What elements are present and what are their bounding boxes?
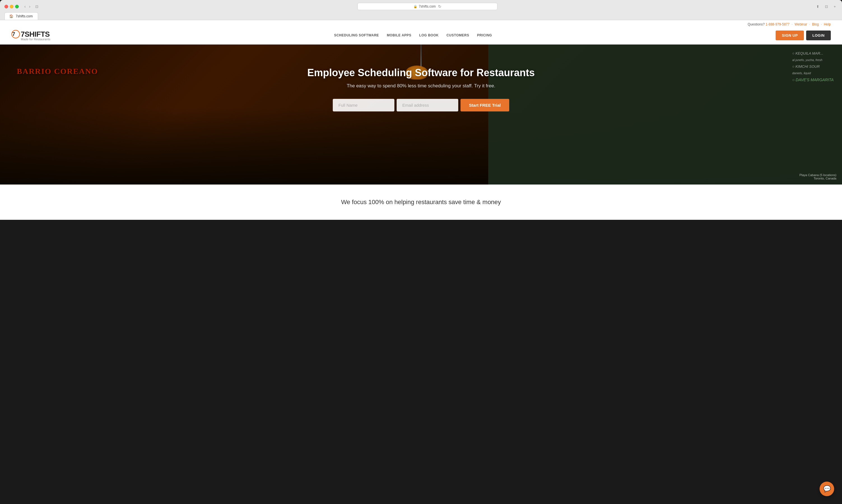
logo-area: 7 7SHIFTS Made for Restaurants	[11, 30, 50, 41]
blog-link[interactable]: Blog	[812, 22, 819, 26]
top-bar: Questions? 1-888-979-5877 · Webinar · Bl…	[11, 20, 831, 28]
logo-icon: 7	[11, 30, 20, 39]
logo-brand: 7SHIFTS	[21, 30, 50, 39]
share-button[interactable]: ⬆	[814, 4, 821, 9]
help-link[interactable]: Help	[824, 22, 831, 26]
nav-customers[interactable]: CUSTOMERS	[447, 33, 469, 37]
tab-favicon: 🏠	[9, 14, 14, 18]
nav-log-book[interactable]: LOG BOOK	[419, 33, 438, 37]
hero-content: Employee Scheduling Software for Restaur…	[0, 44, 842, 111]
questions-label: Questions?	[748, 22, 765, 26]
site-wrapper: Questions? 1-888-979-5877 · Webinar · Bl…	[0, 20, 842, 220]
nav-buttons: ‹ ›	[23, 4, 31, 9]
main-nav: 7 7SHIFTS Made for Restaurants SCHEDULIN…	[11, 28, 831, 44]
separator-2: ·	[809, 22, 810, 26]
attribution-name: Playa Cabana (5 locations)	[800, 173, 837, 177]
hero-attribution: Playa Cabana (5 locations) Toronto, Cana…	[800, 173, 837, 180]
nav-links: SCHEDULING SOFTWARE MOBILE APPS LOG BOOK…	[334, 33, 492, 37]
nav-pricing[interactable]: PRICING	[477, 33, 492, 37]
login-button[interactable]: LOGIN	[806, 31, 831, 40]
new-tab-button[interactable]: ⊡	[823, 4, 830, 9]
address-bar[interactable]: 🔒 7shifts.com ↻	[357, 3, 498, 10]
chat-bubble-button[interactable]: 💬	[820, 482, 834, 496]
add-tab-button[interactable]: +	[832, 4, 838, 9]
separator-1: ·	[792, 22, 792, 26]
chat-icon: 💬	[823, 485, 831, 492]
refresh-button[interactable]: ↻	[438, 4, 442, 9]
hero-section: ○ KEQUILA MAR... al junefo, yucha, fresh…	[0, 44, 842, 184]
traffic-lights	[4, 5, 19, 8]
attribution-location: Toronto, Canada	[800, 177, 837, 180]
sidebar-toggle-button[interactable]: ⊡	[34, 4, 40, 9]
svg-text:7: 7	[12, 31, 15, 37]
minimize-button[interactable]	[10, 5, 14, 8]
nav-scheduling-software[interactable]: SCHEDULING SOFTWARE	[334, 33, 379, 37]
bottom-tagline: We focus 100% on helping restaurants sav…	[11, 199, 831, 206]
back-button[interactable]: ‹	[23, 4, 27, 9]
close-button[interactable]	[4, 5, 8, 8]
nav-mobile-apps[interactable]: MOBILE APPS	[387, 33, 411, 37]
lock-icon: 🔒	[413, 5, 417, 8]
url-text: 7shifts.com	[419, 4, 436, 8]
hero-title: Employee Scheduling Software for Restaur…	[0, 67, 842, 79]
tab-label: 7shifts.com	[16, 14, 33, 18]
webinar-link[interactable]: Webinar	[795, 22, 807, 26]
email-input[interactable]	[397, 99, 458, 111]
hero-subtitle: The easy way to spend 80% less time sche…	[0, 83, 842, 89]
phone-link[interactable]: 1-888-979-5877	[766, 22, 789, 26]
site-header: Questions? 1-888-979-5877 · Webinar · Bl…	[0, 20, 842, 44]
nav-actions: SIGN UP LOGIN	[776, 31, 831, 40]
maximize-button[interactable]	[15, 5, 19, 8]
bottom-section: We focus 100% on helping restaurants sav…	[0, 184, 842, 220]
start-trial-button[interactable]: Start FREE Trial	[461, 99, 509, 111]
hero-form: Start FREE Trial	[0, 99, 842, 111]
signup-button[interactable]: SIGN UP	[776, 31, 804, 40]
fullname-input[interactable]	[333, 99, 394, 111]
logo-tagline: Made for Restaurants	[21, 37, 50, 41]
window-chrome: ‹ › ⊡ 🔒 7shifts.com ↻ ⬆ ⊡ + 🏠 7shifts.co…	[0, 0, 842, 20]
forward-button[interactable]: ›	[28, 4, 32, 9]
active-tab[interactable]: 🏠 7shifts.com	[4, 12, 38, 20]
separator-3: ·	[821, 22, 822, 26]
